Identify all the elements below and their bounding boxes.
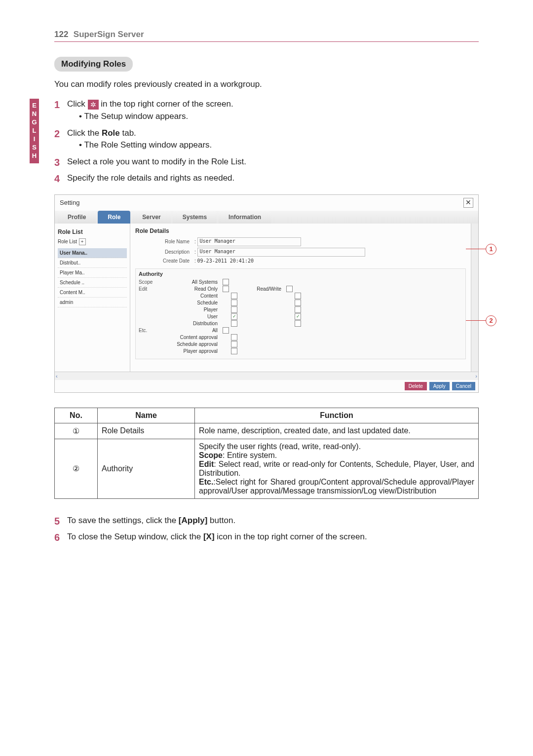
row1-no: ①: [55, 423, 98, 439]
role-list-header: Role List: [58, 228, 127, 235]
all-systems-checkbox[interactable]: [223, 279, 229, 285]
schedule-rw-checkbox[interactable]: [295, 300, 301, 306]
step-2-bold: Role: [102, 128, 120, 138]
player-approval-label: Player approval: [163, 348, 223, 354]
role-name-input[interactable]: User Manager: [197, 237, 301, 246]
role-item[interactable]: admin: [58, 298, 127, 307]
etc-cat: Etc.: [139, 328, 163, 333]
step-5: 5 To save the settings, click the [Apply…: [54, 516, 479, 527]
role-name-label: Role Name: [135, 239, 194, 244]
row2-edit-b: Edit: [199, 460, 214, 468]
callout-1: 1: [466, 244, 496, 255]
horizontal-scrollbar[interactable]: ‹ ›: [55, 372, 478, 380]
player-ro-checkbox[interactable]: [231, 306, 237, 313]
row2-etc-t: :Select right for Shared group/Content a…: [199, 478, 474, 495]
role-list-panel: Role List Role List ＋ User Mana.. Distri…: [55, 224, 130, 372]
role-item[interactable]: Content M..: [58, 288, 127, 298]
step-1-bullet: The Setup window appears.: [79, 112, 479, 121]
page-header: 122 SuperSign Server: [54, 30, 479, 42]
step-num-1: 1: [54, 99, 67, 123]
schedule-ro-checkbox[interactable]: [231, 300, 237, 306]
page-number: 122: [54, 30, 68, 39]
delete-button[interactable]: Delete: [405, 382, 427, 390]
step-num-5: 5: [54, 516, 67, 527]
step-4: 4 Specify the role details and rights as…: [54, 173, 479, 185]
player-approval-checkbox[interactable]: [231, 348, 237, 354]
row2-function: Specify the user rights (read, write, re…: [195, 439, 479, 498]
section-title: Modifying Roles: [54, 57, 133, 72]
content-approval-checkbox[interactable]: [231, 334, 237, 340]
cancel-button[interactable]: Cancel: [452, 382, 475, 390]
row2-no: ②: [55, 439, 98, 498]
distribution-ro-checkbox[interactable]: [231, 320, 237, 327]
row2-edit-t: : Select read, write or read-only for Co…: [199, 460, 474, 477]
tab-information[interactable]: Information: [219, 211, 271, 224]
close-icon[interactable]: ✕: [463, 198, 473, 208]
role-item[interactable]: Player Ma..: [58, 268, 127, 278]
language-side-tab: ENGLISH: [30, 99, 39, 163]
row2-line1: Specify the user rights (read, write, re…: [199, 442, 474, 451]
row2-etc-b: Etc.: [199, 478, 213, 486]
step-3-text: Select a role you want to modify in the …: [67, 157, 479, 168]
content-approval-label: Content approval: [163, 335, 223, 340]
tab-systems[interactable]: Systems: [173, 211, 217, 224]
setting-tabs: Profile Role Server Systems Information: [55, 211, 478, 224]
tab-role[interactable]: Role: [98, 211, 130, 224]
step-5-text-a: To save the settings, click the: [67, 516, 179, 525]
create-date-label: Create Date: [135, 258, 194, 264]
step-2: 2 Click the Role tab. The Role Setting w…: [54, 128, 479, 152]
col-no: No.: [55, 408, 98, 423]
role-item[interactable]: Distribut..: [58, 258, 127, 268]
row1-name: Role Details: [98, 423, 195, 439]
step-2-text-a: Click the: [67, 128, 102, 138]
role-item[interactable]: Schedule ..: [58, 278, 127, 288]
content-rw-checkbox[interactable]: [295, 293, 301, 299]
step-1: 1 Click ✲ in the top right corner of the…: [54, 99, 479, 123]
role-list-label: Role List: [58, 239, 77, 244]
header-title: SuperSign Server: [74, 30, 144, 39]
scroll-left-icon[interactable]: ‹: [56, 373, 58, 379]
step-4-text: Specify the role details and rights as n…: [67, 173, 479, 185]
col-name: Name: [98, 408, 195, 423]
etc-all-checkbox[interactable]: [223, 327, 229, 334]
authority-section: Authority Scope All Systems Edit Read On…: [135, 268, 466, 359]
read-write-checkbox[interactable]: [286, 286, 293, 292]
distribution-rw-checkbox[interactable]: [295, 320, 301, 327]
callout-2-label: 2: [486, 315, 496, 326]
add-role-icon[interactable]: ＋: [79, 238, 86, 245]
user-ro-checkbox[interactable]: [231, 313, 237, 320]
role-details-header: Role Details: [135, 227, 466, 234]
apply-button[interactable]: Apply: [429, 382, 450, 390]
callout-2: 2: [466, 315, 496, 326]
step-num-3: 3: [54, 157, 67, 168]
legend-table: No. Name Function ① Role Details Role na…: [54, 408, 479, 499]
step-5-text-b: button.: [207, 516, 235, 525]
content-label: Content: [163, 293, 223, 299]
all-label: All: [163, 328, 223, 333]
step-1-text-b: in the top right corner of the screen.: [101, 99, 233, 109]
content-ro-checkbox[interactable]: [231, 293, 237, 299]
description-label: Description: [135, 249, 194, 255]
description-input[interactable]: User Manager: [197, 248, 365, 257]
player-rw-checkbox[interactable]: [295, 306, 301, 313]
step-3: 3 Select a role you want to modify in th…: [54, 157, 479, 168]
col-function: Function: [195, 408, 479, 423]
step-6-text-a: To close the Setup window, click the: [67, 532, 203, 541]
row2-scope-b: Scope: [199, 451, 223, 459]
role-details-panel: Role Details Role Name : User Manager De…: [130, 224, 471, 372]
step-6: 6 To close the Setup window, click the […: [54, 532, 479, 543]
tab-server[interactable]: Server: [132, 211, 170, 224]
role-item[interactable]: User Mana..: [58, 248, 127, 258]
distribution-label: Distribution: [163, 321, 223, 326]
scroll-right-icon[interactable]: ›: [475, 373, 477, 379]
row2-name: Authority: [98, 439, 195, 498]
row1-function: Role name, description, created date, an…: [195, 423, 479, 439]
setting-window: Setting ✕ Profile Role Server Systems In…: [54, 194, 479, 393]
gear-icon: ✲: [88, 100, 99, 110]
read-only-checkbox[interactable]: [223, 286, 229, 292]
schedule-approval-checkbox[interactable]: [231, 341, 237, 347]
step-1-text-a: Click: [67, 99, 85, 109]
tab-profile[interactable]: Profile: [58, 211, 96, 224]
user-rw-checkbox[interactable]: [295, 313, 301, 320]
player-label: Player: [163, 307, 223, 312]
